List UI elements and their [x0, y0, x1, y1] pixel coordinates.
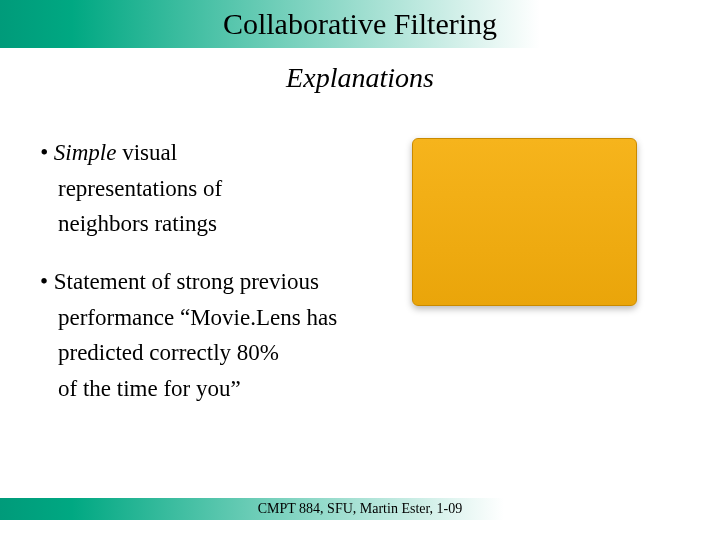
- title-bar: Collaborative Filtering: [0, 0, 720, 48]
- bullet-text: of the time for you”: [40, 371, 680, 407]
- bullet-text: visual: [116, 140, 177, 165]
- bullet-text: predicted correctly 80%: [40, 335, 680, 371]
- bullet-text: performance “Movie.Lens has: [40, 300, 680, 336]
- content-area: • Simple visual representations of neigh…: [40, 135, 680, 428]
- bullet-text: representations of: [40, 171, 680, 207]
- footer-text: CMPT 884, SFU, Martin Ester, 1-09: [258, 501, 463, 517]
- bullet-emphasis: • Simple: [40, 140, 116, 165]
- page-title: Collaborative Filtering: [223, 7, 497, 41]
- subtitle: Explanations: [0, 62, 720, 94]
- footer-bar: CMPT 884, SFU, Martin Ester, 1-09: [0, 498, 720, 520]
- bullet-text: • Statement of strong previous: [40, 264, 680, 300]
- bullet-item: • Statement of strong previous performan…: [40, 264, 680, 407]
- bullet-text: neighbors ratings: [40, 206, 680, 242]
- bullet-item: • Simple visual representations of neigh…: [40, 135, 680, 242]
